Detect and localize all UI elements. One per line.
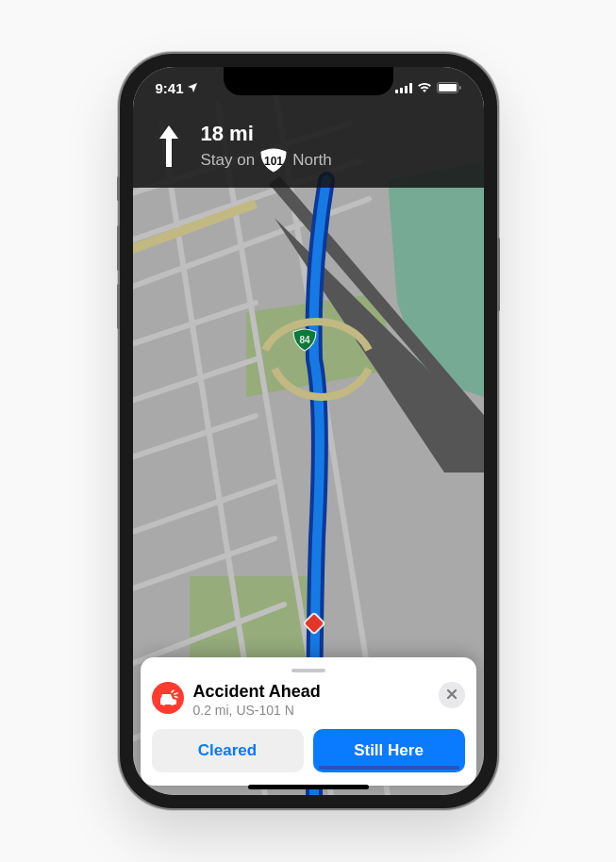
- nav-post-text: North: [292, 151, 332, 170]
- svg-rect-1: [400, 88, 403, 93]
- power-button: [497, 238, 500, 311]
- location-icon: [187, 80, 198, 96]
- svg-rect-0: [395, 90, 398, 93]
- card-grabber[interactable]: [291, 669, 325, 672]
- screen: 9:41: [133, 67, 484, 795]
- status-time: 9:41: [156, 80, 184, 96]
- battery-icon: [437, 80, 461, 96]
- notch: [224, 67, 393, 95]
- wifi-icon: [417, 80, 432, 96]
- svg-point-25: [170, 702, 174, 705]
- svg-rect-3: [409, 83, 412, 93]
- svg-rect-5: [439, 84, 457, 91]
- incident-alert-card: Accident Ahead 0.2 mi, US-101 N Cleared …: [141, 657, 476, 786]
- cleared-button[interactable]: Cleared: [152, 729, 304, 772]
- highway-shield-icon: 101: [260, 148, 287, 173]
- cellular-icon: [395, 80, 412, 96]
- svg-point-24: [161, 702, 165, 705]
- volume-down-button: [117, 284, 120, 329]
- phone-frame: 9:41: [120, 54, 497, 808]
- close-button[interactable]: [439, 682, 465, 708]
- highway-shield-number: 101: [264, 155, 283, 168]
- accident-icon: [152, 682, 184, 714]
- nav-distance: 18 mi: [201, 122, 332, 146]
- close-icon: [446, 687, 458, 704]
- home-indicator[interactable]: [248, 785, 369, 789]
- volume-up-button: [117, 225, 120, 271]
- nav-instruction: Stay on 101 North: [201, 148, 332, 173]
- nav-pre-text: Stay on: [201, 151, 256, 170]
- straight-arrow-icon: [152, 124, 186, 173]
- svg-rect-2: [405, 86, 408, 93]
- svg-rect-6: [459, 86, 461, 90]
- alert-subtitle: 0.2 mi, US-101 N: [193, 703, 429, 718]
- alert-title: Accident Ahead: [193, 682, 429, 702]
- still-here-button[interactable]: Still Here: [313, 729, 465, 772]
- silence-switch: [117, 176, 120, 201]
